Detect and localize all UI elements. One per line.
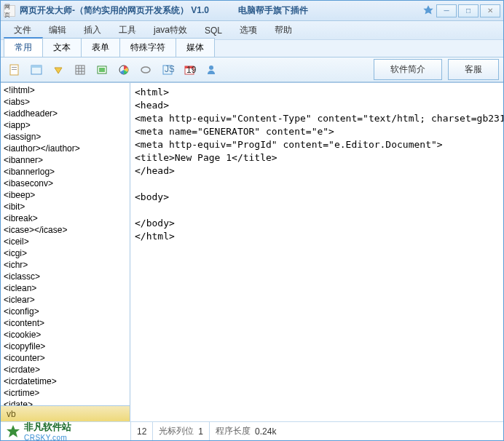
titlebar: 网页 网页开发大师-（简约实用的网页开发系统） V1.0 电脑帮手旗下插件 ─ … — [1, 1, 503, 21]
intro-button[interactable]: 软件简介 — [374, 59, 442, 80]
tag-list-item[interactable]: <iconfig> — [4, 306, 127, 317]
calendar-icon[interactable]: 19 — [180, 60, 199, 79]
tag-list-item[interactable]: <iclear> — [4, 294, 127, 306]
save-icon[interactable] — [49, 60, 68, 79]
tag-list-item[interactable]: <ichr> — [4, 259, 127, 271]
tag-list-item[interactable]: <icrdatetime> — [4, 376, 127, 387]
tag-list-item[interactable]: <icontent> — [4, 317, 127, 329]
tag-list-item[interactable]: <icgi> — [4, 247, 127, 259]
tag-list-item[interactable]: <ibanner> — [4, 154, 127, 166]
toolbar: JS 19 软件简介 客服 — [1, 57, 503, 82]
tag-list-item[interactable]: <iaddheader> — [4, 108, 127, 119]
tag-list-item[interactable]: <ibit> — [4, 201, 127, 212]
svg-text:JS: JS — [165, 64, 174, 74]
status-length: 程序长度 0.24k — [209, 422, 282, 440]
script-icon[interactable]: JS — [158, 60, 177, 79]
tag-list-item[interactable]: <iauthor></iauthor> — [4, 143, 127, 154]
tag-list-item[interactable]: <!ihtml> — [4, 84, 127, 96]
image-icon[interactable] — [92, 60, 111, 79]
cursor-value: 1 — [198, 426, 203, 437]
statusbar: 非凡软件站 CRSKY.com 12 光标列位 1 程序长度 0.24k — [1, 421, 503, 440]
svg-rect-1 — [12, 67, 17, 68]
pin-icon[interactable] — [422, 4, 435, 17]
menu-tools[interactable]: 工具 — [110, 21, 145, 39]
color-wheel-icon[interactable] — [114, 60, 133, 79]
status-column: 12 — [130, 422, 152, 440]
tag-list-item[interactable]: <icrdate> — [4, 364, 127, 376]
app-icon: 网页 — [4, 5, 15, 17]
tag-list-item[interactable]: <icopyfile> — [4, 341, 127, 352]
close-button[interactable]: ✕ — [480, 4, 500, 17]
menu-insert[interactable]: 插入 — [75, 21, 110, 39]
svg-rect-5 — [76, 65, 84, 74]
window-subtitle: 电脑帮手旗下插件 — [238, 4, 308, 17]
status-col-value: 12 — [137, 426, 146, 437]
maximize-button[interactable]: □ — [458, 4, 479, 17]
service-button[interactable]: 客服 — [448, 59, 499, 80]
open-file-icon[interactable] — [27, 60, 46, 79]
length-label: 程序长度 — [216, 425, 251, 437]
svg-point-13 — [141, 67, 150, 73]
cursor-label: 光标列位 — [159, 425, 194, 437]
grid-icon[interactable] — [71, 60, 90, 79]
tab-text[interactable]: 文本 — [42, 38, 82, 57]
tag-list-item[interactable]: <ibreak> — [4, 212, 127, 224]
minimize-button[interactable]: ─ — [436, 4, 457, 17]
svg-rect-2 — [12, 69, 17, 70]
tag-list-item[interactable]: <ibannerlog> — [4, 166, 127, 178]
tab-special[interactable]: 特殊字符 — [119, 38, 176, 57]
tab-form[interactable]: 表单 — [81, 38, 120, 57]
tag-list-item[interactable]: <icrtime> — [4, 387, 127, 399]
svg-rect-4 — [31, 65, 42, 68]
tag-list-item[interactable]: <iabs> — [4, 96, 127, 108]
window-title: 网页开发大师-（简约实用的网页开发系统） V1.0 — [20, 4, 209, 17]
left-bottom-tab[interactable]: vb — [1, 405, 130, 421]
main-area: <!ihtml><iabs><iaddheader><iapp><iassign… — [1, 82, 503, 421]
tab-media[interactable]: 媒体 — [176, 38, 215, 57]
tag-list-item[interactable]: <ibeep> — [4, 189, 127, 201]
status-cursor: 光标列位 1 — [152, 422, 209, 440]
tag-list-item[interactable]: <icounter> — [4, 352, 127, 364]
code-editor[interactable]: <html> <head> <meta http-equiv="Content-… — [130, 83, 503, 421]
svg-rect-11 — [99, 68, 105, 72]
menu-help[interactable]: 帮助 — [266, 21, 301, 39]
brand-logo: 非凡软件站 CRSKY.com — [1, 421, 130, 441]
tab-common[interactable]: 常用 — [4, 37, 43, 57]
tabbar: 常用 文本 表单 特殊字符 媒体 — [1, 40, 503, 57]
svg-point-19 — [209, 65, 213, 70]
tag-list-item[interactable]: <iapp> — [4, 119, 127, 131]
menu-sql[interactable]: SQL — [196, 23, 231, 39]
tag-list-item[interactable]: <iclean> — [4, 282, 127, 294]
brand-name: 非凡软件站 — [24, 421, 71, 434]
link-icon[interactable] — [136, 60, 155, 79]
person-icon[interactable] — [202, 60, 221, 79]
tag-list-item[interactable]: <ibaseconv> — [4, 178, 127, 189]
tag-list-item[interactable]: <iceil> — [4, 236, 127, 247]
tag-list[interactable]: <!ihtml><iabs><iaddheader><iapp><iassign… — [1, 83, 130, 405]
tag-list-item[interactable]: <iassign> — [4, 131, 127, 143]
menu-edit[interactable]: 编辑 — [40, 21, 75, 39]
left-panel: <!ihtml><iabs><iaddheader><iapp><iassign… — [1, 83, 130, 421]
menu-options[interactable]: 选项 — [231, 21, 266, 39]
tag-list-item[interactable]: <iclassc> — [4, 271, 127, 282]
length-value: 0.24k — [255, 426, 276, 437]
tag-list-item[interactable]: <icase></icase> — [4, 224, 127, 236]
tag-list-item[interactable]: <icookie> — [4, 329, 127, 341]
new-file-icon[interactable] — [5, 60, 24, 79]
svg-text:19: 19 — [186, 65, 196, 75]
menu-java[interactable]: java特效 — [145, 21, 196, 39]
app-window: 网页 网页开发大师-（简约实用的网页开发系统） V1.0 电脑帮手旗下插件 ─ … — [0, 0, 504, 441]
brand-url: CRSKY.com — [24, 434, 71, 441]
tag-list-item[interactable]: <idate> — [4, 399, 127, 405]
